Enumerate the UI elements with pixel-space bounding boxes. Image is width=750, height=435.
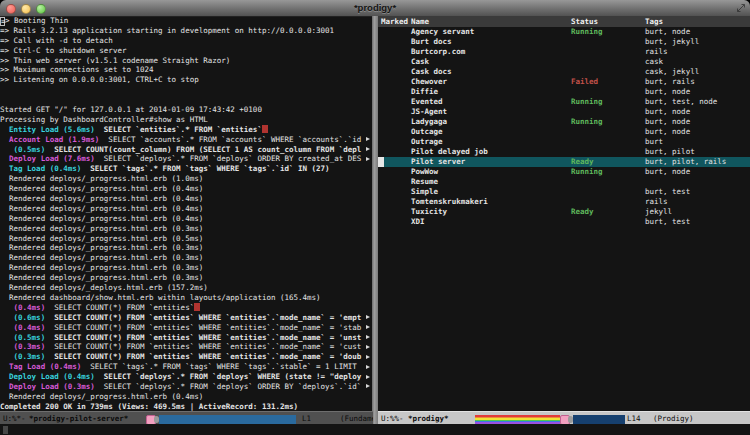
log-line: (0.5ms) SELECT COUNT(count_column) FROM … <box>0 145 372 155</box>
log-line: => Rails 3.2.13 application starting in … <box>0 26 372 36</box>
service-row[interactable]: JS-Agentburt, node <box>378 107 750 117</box>
service-name: Burt docs <box>411 37 452 47</box>
log-line: Rendered deploys/_progress.html.erb (0.5… <box>0 234 372 244</box>
service-tags: burt, node <box>645 87 690 97</box>
log-line: >> Maximum connections set to 1024 <box>0 65 372 75</box>
log-line: Started GET "/" for 127.0.0.1 at 2014-01… <box>0 105 372 115</box>
log-line: Rendered deploys/_progress.html.erb (0.4… <box>0 214 372 224</box>
header-status: Status <box>571 16 598 27</box>
service-row[interactable]: Cask docscask, jekyll <box>378 67 750 77</box>
truncation-arrow-icon <box>366 147 370 151</box>
emacs-window: *prodigy* => Booting Thin=> Rails 3.2.13… <box>0 0 750 435</box>
log-line: (0.4ms) SELECT COUNT(*) FROM `entities` … <box>0 323 372 333</box>
service-row[interactable]: XDIburt, test <box>378 217 750 227</box>
log-line: Processing by DashboardController#show a… <box>0 115 372 125</box>
service-tags: rails <box>645 47 668 57</box>
log-line: Rendered deploys/_progress.html.erb (1.0… <box>0 174 372 184</box>
service-tags: burt, test, node <box>645 97 717 107</box>
resize-grip-icon[interactable] <box>736 3 746 13</box>
service-row[interactable]: Simpleburt, test <box>378 187 750 197</box>
nyan-progress-bar <box>146 415 296 424</box>
service-tags: burt, jekyll <box>645 37 699 47</box>
titlebar[interactable]: *prodigy* <box>0 0 750 17</box>
service-tags: burt <box>645 137 663 147</box>
nyan-cat-icon <box>146 415 159 424</box>
log-line: Tag Load (0.4ms) SELECT `tags`.* FROM `t… <box>0 362 372 372</box>
service-row[interactable]: Burtcorp.comrails <box>378 47 750 57</box>
log-line: Deploy Load (0.3ms) SELECT `deploys`.* F… <box>0 382 372 392</box>
service-row[interactable]: Tomtenskrukmakerirails <box>378 197 750 207</box>
service-name: Evented <box>411 97 443 107</box>
service-tags: burt, node <box>645 107 690 117</box>
service-name: Outrage <box>411 137 443 147</box>
service-row[interactable]: TuxicityReadyjekyll <box>378 207 750 217</box>
service-row[interactable]: Pilot serverReadyburt, pilot, rails <box>378 157 750 167</box>
nyan-cat-icon <box>560 415 573 424</box>
service-row[interactable]: Caskcask <box>378 57 750 67</box>
service-row[interactable]: Pilot delayed jobburt, pilot <box>378 147 750 157</box>
service-status: Running <box>571 97 603 107</box>
truncation-arrow-icon <box>366 335 370 339</box>
service-name: Diffie <box>411 87 438 97</box>
truncation-arrow-icon <box>366 137 370 141</box>
service-row[interactable]: Outrageburt <box>378 137 750 147</box>
log-line: Rendered deploys/_progress.html.erb (0.4… <box>0 392 372 402</box>
window-title: *prodigy* <box>0 0 750 16</box>
log-line: (0.6ms) SELECT COUNT(*) FROM `entities` … <box>0 313 372 323</box>
service-name: Tuxicity <box>411 207 447 217</box>
nyan-remainder <box>159 415 296 424</box>
log-line: Rendered deploys/_progress.html.erb (0.3… <box>0 253 372 263</box>
truncation-arrow-icon <box>366 365 370 369</box>
service-row[interactable]: Agency servantRunningburt, node <box>378 27 750 37</box>
log-line: Rendered deploys/_progress.html.erb (0.4… <box>0 184 372 194</box>
service-name: Pilot server <box>411 157 465 167</box>
log-line: Rendered dashboard/show.html.erb within … <box>0 293 372 303</box>
log-line: Rendered deploys/_progress.html.erb (0.3… <box>0 263 372 273</box>
log-line: Deploy Load (0.4ms) SELECT `deploys`.* F… <box>0 372 372 382</box>
service-status: Running <box>571 27 603 37</box>
service-status: Failed <box>571 77 598 87</box>
service-row[interactable]: Burt docsburt, jekyll <box>378 37 750 47</box>
service-row[interactable]: ChewoverFailedburt, rails <box>378 77 750 87</box>
service-tags: burt, node <box>645 27 690 37</box>
service-name: Outcage <box>411 127 443 137</box>
trailing-whitespace <box>194 303 200 311</box>
truncation-arrow-icon <box>366 375 370 379</box>
service-name: Ladygaga <box>411 117 447 127</box>
service-tags: burt, rails <box>645 77 695 87</box>
prodigy-header[interactable]: Marked Name Status Tags <box>378 16 750 27</box>
service-tags: jekyll <box>645 207 672 217</box>
echo-area <box>0 424 750 435</box>
prodigy-pane[interactable]: Marked Name Status Tags Agency servantRu… <box>378 16 750 412</box>
service-status: Ready <box>571 157 594 167</box>
service-name: Agency servant <box>411 27 474 37</box>
log-line: (0.3ms) SELECT COUNT(*) FROM `entities` … <box>0 352 372 362</box>
header-name: Name <box>411 16 429 27</box>
point-cursor <box>378 157 384 167</box>
service-status: Ready <box>571 207 594 217</box>
log-line: Rendered deploys/_deploys.html.erb (157.… <box>0 283 372 293</box>
log-line: Rendered deploys/_progress.html.erb (0.3… <box>0 224 372 234</box>
service-row[interactable]: Resume <box>378 177 750 187</box>
truncation-arrow-icon <box>366 315 370 319</box>
service-name: Simple <box>411 187 438 197</box>
service-row[interactable]: LadygagaRunningburt, node <box>378 117 750 127</box>
service-tags: burt, pilot, rails <box>645 157 726 167</box>
service-status: Running <box>571 167 603 177</box>
modeline-left[interactable]: U:%*- *prodigy-pilot-server* L1 (Fundame… <box>0 411 373 425</box>
service-row[interactable]: Diffieburt, node <box>378 87 750 97</box>
log-line: => Call with -d to detach <box>0 36 372 46</box>
log-line: Account Load (1.9ms) SELECT `accounts`.*… <box>0 135 372 145</box>
header-tags: Tags <box>645 16 663 27</box>
service-row[interactable]: EventedRunningburt, test, node <box>378 97 750 107</box>
service-row[interactable]: Outcageburt, node <box>378 127 750 137</box>
nyan-rainbow <box>475 415 560 424</box>
log-line: Rendered deploys/_progress.html.erb (0.3… <box>0 273 372 283</box>
log-lines[interactable]: => Booting Thin=> Rails 3.2.13 applicati… <box>0 16 372 412</box>
service-name: JS-Agent <box>411 107 447 117</box>
service-tags: burt, node <box>645 167 690 177</box>
log-line <box>0 95 372 105</box>
service-row[interactable]: PowWowRunningburt, node <box>378 167 750 177</box>
service-tags: cask, jekyll <box>645 67 699 77</box>
modeline-right[interactable]: U:%%- *prodigy* L14 (Prodigy) <box>378 411 750 425</box>
